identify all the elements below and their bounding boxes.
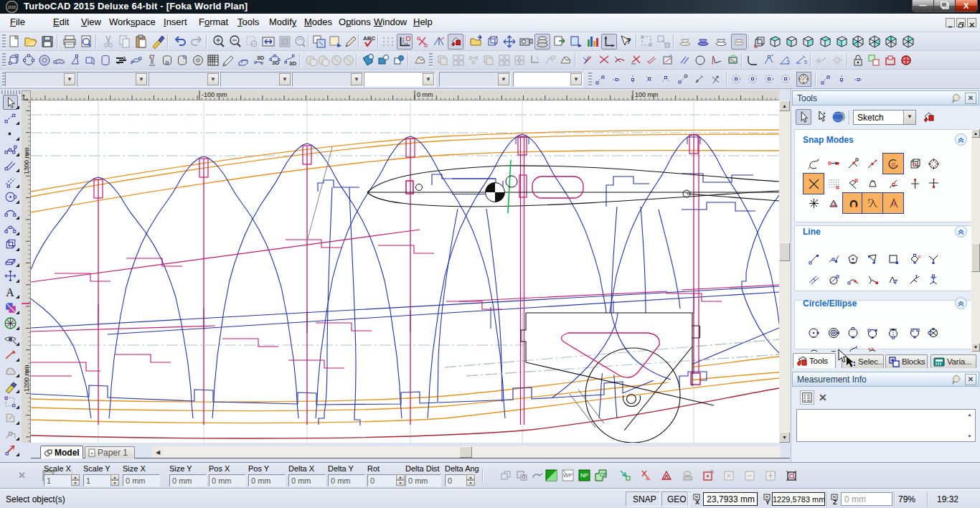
svg-text:NP: NP	[580, 472, 588, 479]
svg-text:A: A	[6, 286, 14, 298]
svg-text:3D: 3D	[257, 55, 264, 61]
svg-text:Z: Z	[833, 499, 837, 505]
svg-text:5: 5	[787, 60, 790, 65]
svg-text:WP: WP	[563, 472, 573, 479]
svg-text:?: ?	[626, 37, 631, 45]
svg-text:R: R	[918, 255, 921, 259]
svg-text:X: X	[695, 499, 699, 505]
svg-text:2015: 2015	[8, 5, 16, 9]
svg-text:‡: ‡	[774, 471, 776, 475]
svg-text:3D: 3D	[289, 60, 296, 67]
svg-text:Y: Y	[765, 499, 770, 505]
svg-text:ABC: ABC	[363, 35, 376, 42]
svg-text:5: 5	[804, 60, 807, 65]
svg-text:1300 mm: 1300 mm	[23, 147, 30, 174]
svg-text:0 mm: 0 mm	[417, 91, 433, 98]
svg-text:100 mm: 100 mm	[635, 91, 659, 98]
svg-text:CP: CP	[600, 472, 607, 477]
svg-text:Y: Y	[817, 158, 820, 162]
svg-text:1200 mm: 1200 mm	[23, 364, 30, 392]
svg-text:-100 mm: -100 mm	[202, 91, 227, 98]
